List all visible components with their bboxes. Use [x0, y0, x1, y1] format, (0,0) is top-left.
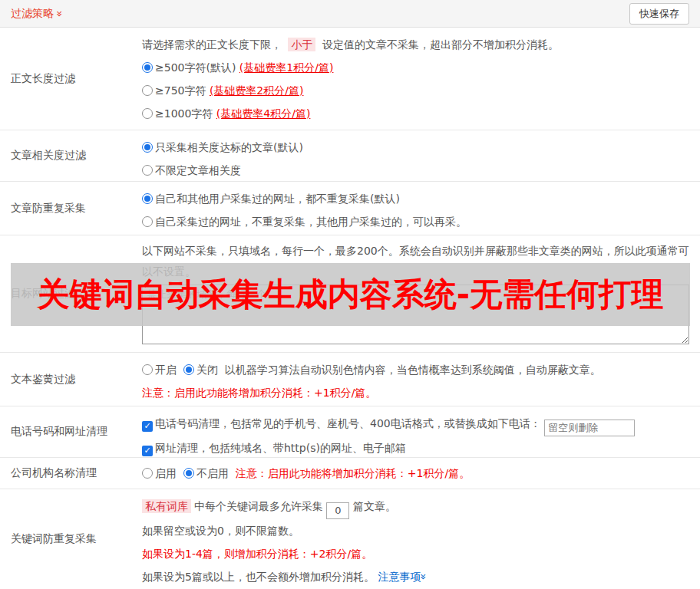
row-target-site-filter: 目标网站过滤 以下网站不采集，只填域名，每行一个，最多200个。系统会自动识别并… [0, 235, 700, 353]
quick-save-button[interactable]: 快速保存 [629, 3, 689, 25]
radio-icon[interactable] [142, 108, 153, 119]
row-label: 文本鉴黄过滤 [0, 353, 142, 406]
fee-note: (基础费率4积分/篇) [216, 107, 311, 120]
option-label: 开启 [155, 364, 177, 376]
private-thesaurus-badge: 私有词库 [142, 499, 191, 513]
radio-selected-icon[interactable] [183, 364, 194, 375]
blocked-domains-textarea[interactable] [142, 285, 689, 344]
keyword-count-input[interactable] [326, 502, 349, 519]
row-phone-url-clean: 电话号码和网址清理 ✓电话号码清理，包括常见的手机号、座机号、400电话格式，或… [0, 406, 700, 458]
content-length-intro: 请选择需求的正文长度下限， 小于 设定值的文章不采集，超出部分不增加积分消耗。 [142, 33, 689, 56]
checkbox-checked-icon[interactable]: ✓ [142, 446, 153, 456]
target-site-intro: 以下网站不采集，只填域名，每行一个，最多200个。系统会自动识别并屏蔽那些非文章… [142, 241, 689, 282]
fee-note: (基础费率2积分/篇) [210, 84, 304, 97]
option-label: 关闭 [196, 364, 218, 376]
porn-filter-off-option[interactable]: 关闭 [183, 364, 218, 376]
fee-note: (基础费率1积分/篇) [239, 61, 334, 74]
url-clean-label: 网址清理，包括纯域名、带http(s)的网址、电子邮箱 [155, 442, 406, 454]
radio-icon[interactable] [142, 364, 153, 375]
option-label: 不启用 [196, 467, 229, 479]
checkbox-checked-icon[interactable]: ✓ [142, 421, 153, 432]
section-toggle-filter-strategy[interactable]: 过滤策略 » [11, 7, 64, 21]
row-label: 文章防重复采集 [0, 182, 142, 235]
radio-selected-icon[interactable] [142, 62, 153, 73]
row-content-length-filter: 正文长度过滤 请选择需求的正文长度下限， 小于 设定值的文章不采集，超出部分不增… [0, 28, 700, 130]
option-label: 只采集相关度达标的文章(默认) [155, 141, 303, 153]
header-bar: 过滤策略 » 快速保存 [0, 0, 700, 28]
radio-icon[interactable] [142, 216, 153, 227]
relevance-option-strict[interactable]: 只采集相关度达标的文章(默认) [142, 136, 689, 159]
keyword-limit-text: 中每个关键词最多允许采集 [194, 500, 323, 512]
keyword-note-5plus: 如果设为5篇或以上，也不会额外增加积分消耗。 [142, 571, 375, 583]
length-option-750[interactable]: ≥750字符 (基础费率2积分/篇) [142, 79, 689, 102]
keyword-limit-suffix: 篇文章。 [353, 500, 396, 512]
radio-icon[interactable] [142, 85, 153, 96]
radio-selected-icon[interactable] [142, 142, 153, 153]
row-relevance-filter: 文章相关度过滤 只采集相关度达标的文章(默认) 不限定文章相关度 [0, 130, 700, 182]
porn-filter-desc: 以机器学习算法自动识别色情内容，当色情概率达到系统阈值，自动屏蔽文章。 [225, 364, 601, 376]
row-article-dedup: 文章防重复采集 自己和其他用户采集过的网址，都不重复采集(默认) 自己采集过的网… [0, 182, 700, 235]
length-option-1000[interactable]: ≥1000字符 (基础费率4积分/篇) [142, 102, 689, 125]
notice-link-label: 注意事项 [378, 571, 421, 583]
option-label: ≥500字符(默认) [155, 61, 236, 74]
length-option-500[interactable]: ≥500字符(默认) (基础费率1积分/篇) [142, 56, 689, 79]
company-clean-cost-note: 注意：启用此功能将增加积分消耗：+1积分/篇。 [236, 467, 470, 479]
row-company-clean: 公司机构名称清理 启用 不启用 注意：启用此功能将增加积分消耗：+1积分/篇。 [0, 458, 700, 489]
row-label: 目标网站过滤 [0, 235, 142, 352]
option-label: ≥750字符 [155, 84, 206, 97]
intro-prefix: 请选择需求的正文长度下限， [142, 38, 282, 51]
radio-selected-icon[interactable] [142, 193, 153, 204]
dedup-option-all-users[interactable]: 自己和其他用户采集过的网址，都不重复采集(默认) [142, 187, 689, 210]
chevron-double-down-icon: » [419, 573, 430, 580]
keyword-note-zero: 如果留空或设为0，则不限篇数。 [142, 519, 689, 542]
porn-filter-on-option[interactable]: 开启 [142, 364, 177, 376]
row-label: 文章相关度过滤 [0, 130, 142, 181]
radio-selected-icon[interactable] [183, 468, 194, 479]
section-title: 过滤策略 [11, 7, 54, 21]
radio-icon[interactable] [142, 468, 153, 479]
row-porn-filter: 文本鉴黄过滤 开启 关闭 以机器学习算法自动识别色情内容，当色情概率达到系统阈值… [0, 353, 700, 406]
row-label: 公司机构名称清理 [0, 458, 142, 489]
option-label: 自己和其他用户采集过的网址，都不重复采集(默认) [155, 192, 400, 205]
less-than-badge: 小于 [288, 38, 315, 51]
radio-icon[interactable] [142, 165, 153, 176]
intro-suffix: 设定值的文章不采集，超出部分不增加积分消耗。 [322, 38, 559, 51]
notice-link[interactable]: 注意事项» [378, 571, 428, 583]
row-label: 关键词防重复采集 [0, 489, 142, 589]
row-label: 正文长度过滤 [0, 28, 142, 130]
company-clean-disable-option[interactable]: 不启用 [183, 467, 229, 479]
option-label: 不限定文章相关度 [155, 164, 241, 176]
option-label: ≥1000字符 [155, 107, 213, 120]
keyword-note-1-4: 如果设为1-4篇，则增加积分消耗：+2积分/篇。 [142, 542, 689, 565]
row-label: 电话号码和网址清理 [0, 406, 142, 457]
option-label: 启用 [155, 467, 177, 479]
option-label: 自己采集过的网址，不重复采集，其他用户采集过的，可以再采。 [155, 216, 467, 228]
porn-filter-cost-note: 注意：启用此功能将增加积分消耗：+1积分/篇。 [142, 381, 689, 404]
filter-strategy-page: 过滤策略 » 快速保存 正文长度过滤 请选择需求的正文长度下限， 小于 设定值的… [0, 0, 700, 589]
row-keyword-dedup: 关键词防重复采集 私有词库中每个关键词最多允许采集 篇文章。 如果留空或设为0，… [0, 489, 700, 589]
chevron-double-down-icon: » [54, 10, 65, 17]
phone-clean-label: 电话号码清理，包括常见的手机号、座机号、400电话格式，或替换成如下电话： [155, 417, 541, 429]
dedup-option-self-only[interactable]: 自己采集过的网址，不重复采集，其他用户采集过的，可以再采。 [142, 210, 689, 233]
relevance-option-any[interactable]: 不限定文章相关度 [142, 159, 689, 182]
replacement-phone-input[interactable] [544, 420, 635, 436]
company-clean-enable-option[interactable]: 启用 [142, 467, 177, 479]
